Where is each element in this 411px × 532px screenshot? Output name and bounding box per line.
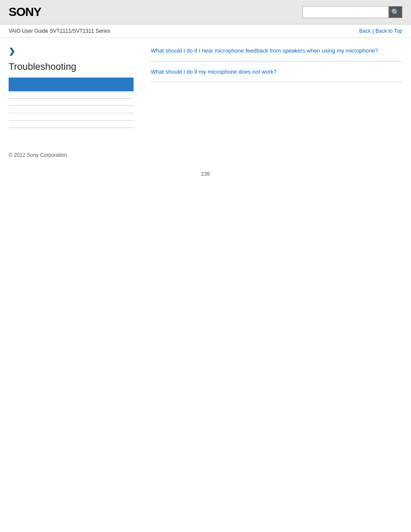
guide-title: VAIO User Guide SVT1111/SVT1311 Series: [9, 28, 110, 34]
sidebar-divider-2: [9, 106, 134, 106]
header: SONY 🔍: [0, 0, 411, 25]
nav-links: Back | Back to Top: [359, 28, 402, 34]
sidebar-divider-5: [9, 128, 134, 128]
search-area: 🔍: [302, 6, 402, 18]
search-button[interactable]: 🔍: [389, 6, 402, 18]
copyright-text: © 2012 Sony Corporation: [9, 152, 67, 158]
breadcrumb-bar: VAIO User Guide SVT1111/SVT1311 Series B…: [0, 25, 411, 38]
page-number: 239: [0, 167, 411, 186]
sidebar-divider-4: [9, 120, 134, 121]
search-input[interactable]: [302, 6, 389, 18]
main-content: ❯ Troubleshooting What should I do if I …: [0, 38, 411, 143]
content-area: What should I do if I hear microphone fe…: [142, 47, 402, 135]
sony-logo: SONY: [9, 5, 41, 19]
content-divider-2: [151, 82, 402, 82]
content-divider-1: [151, 61, 402, 62]
sidebar-divider-3: [9, 113, 134, 113]
sidebar: ❯ Troubleshooting: [9, 47, 142, 135]
content-link-2[interactable]: What should I do if my microphone does n…: [151, 68, 402, 76]
footer: © 2012 Sony Corporation: [0, 143, 411, 167]
back-link[interactable]: Back: [359, 28, 371, 34]
search-icon: 🔍: [391, 8, 400, 16]
back-to-top-link[interactable]: Back to Top: [376, 28, 402, 34]
section-title: Troubleshooting: [9, 61, 134, 72]
content-link-1[interactable]: What should I do if I hear microphone fe…: [151, 47, 402, 55]
sidebar-active-item[interactable]: [9, 78, 134, 91]
chevron-icon: ❯: [9, 47, 134, 56]
sidebar-divider-1: [9, 98, 134, 99]
nav-separator: |: [372, 28, 374, 34]
